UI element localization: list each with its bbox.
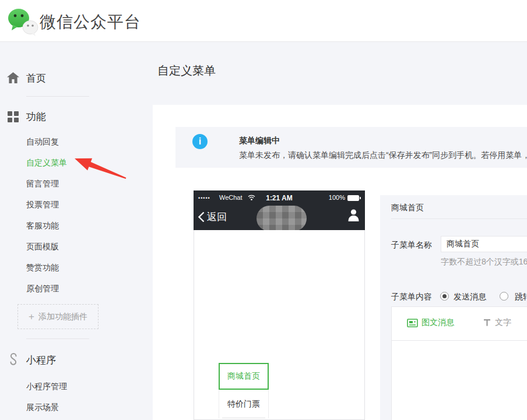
platform-title: 微信公众平台	[40, 11, 141, 33]
banner-description: 菜单未发布，请确认菜单编辑完成后点击“保存并发布”同步到手机。若停用菜单，请	[239, 150, 527, 161]
battery-percent: 100%	[329, 194, 345, 201]
sidebar-item-miniprogram-mgmt[interactable]: 小程序管理	[26, 382, 67, 392]
tab-plain-text[interactable]: 文字	[483, 317, 511, 328]
tab-rich-media[interactable]: 图文消息	[407, 317, 454, 328]
battery-icon	[347, 195, 359, 201]
radio-jump-page[interactable]	[500, 292, 508, 301]
tab-plain-text-label: 文字	[495, 317, 511, 328]
phone-preview: ••••• WeChat 1:21 AM 100% 返回	[194, 190, 365, 420]
sidebar-item-features[interactable]: 功能	[26, 110, 46, 123]
text-tool-icon	[483, 319, 491, 327]
divider	[391, 218, 527, 219]
radio-send-message-label[interactable]: 发送消息	[454, 292, 486, 302]
sidebar-item-display-scene[interactable]: 展示场景	[26, 403, 59, 413]
submenu-item[interactable]: 特价门票	[219, 390, 269, 418]
sidebar-item-original-mgmt[interactable]: 原创管理	[26, 284, 59, 294]
sidebar-item-auto-reply[interactable]: 自动回复	[26, 137, 59, 147]
info-icon: i	[192, 134, 208, 149]
sidebar-item-home[interactable]: 首页	[26, 72, 46, 85]
add-plugin-button[interactable]: + 添加功能插件	[17, 304, 99, 329]
page-title: 自定义菜单	[157, 63, 216, 79]
sidebar-item-page-template[interactable]: 页面模版	[26, 242, 59, 252]
submenu-content-label: 子菜单内容	[391, 292, 432, 302]
radio-jump-page-label[interactable]: 跳转	[515, 292, 527, 302]
annotation-arrow	[70, 151, 134, 186]
sidebar-item-message-mgmt[interactable]: 留言管理	[26, 179, 59, 189]
menu-editing-banner: i 菜单编辑中 菜单未发布，请确认菜单编辑完成后点击“保存并发布”同步到手机。若…	[175, 127, 527, 168]
divider	[392, 340, 527, 341]
profile-icon	[347, 209, 360, 221]
message-content-box: 图文消息 文字	[391, 306, 527, 420]
content-panel: i 菜单编辑中 菜单未发布，请确认菜单编辑完成后点击“保存并发布”同步到手机。若…	[153, 105, 527, 420]
rich-media-icon	[407, 319, 418, 327]
features-grid-icon	[8, 111, 19, 122]
sidebar-item-custom-menu[interactable]: 自定义菜单	[26, 158, 67, 168]
submenu-name-input[interactable]	[441, 236, 527, 252]
plus-icon: +	[29, 311, 34, 323]
wechat-mp-platform: 微信公众平台 首页 功能 自动回复 自定义菜单 留言管理 投票管理 客服功能 页…	[0, 0, 527, 420]
sidebar-item-miniprogram[interactable]: 小程序	[26, 354, 56, 367]
sidebar-nav: 首页 功能 自动回复 自定义菜单 留言管理 投票管理 客服功能 页面模版 赞赏功…	[0, 42, 153, 420]
tab-rich-media-label: 图文消息	[421, 317, 454, 328]
editor-title: 商城首页	[391, 203, 424, 213]
name-length-hint: 字数不超过8个汉字或16	[441, 257, 527, 267]
phone-back-button: 返回	[198, 210, 227, 224]
miniprogram-icon	[8, 353, 19, 365]
add-plugin-label: 添加功能插件	[38, 312, 87, 322]
phone-header: ••••• WeChat 1:21 AM 100% 返回	[194, 190, 365, 230]
submenu-popup: 商城首页 特价门票	[219, 363, 269, 418]
submenu-item-selected[interactable]: 商城首页	[219, 363, 269, 390]
submenu-name-label: 子菜单名称	[391, 240, 432, 250]
chevron-left-icon	[198, 211, 205, 223]
sidebar-item-reward[interactable]: 赞赏功能	[26, 263, 59, 273]
radio-send-message[interactable]	[440, 292, 449, 301]
home-icon	[7, 72, 19, 83]
back-label: 返回	[207, 210, 227, 224]
wechat-logo-icon	[6, 5, 40, 37]
blurred-account-name	[257, 206, 307, 231]
submenu-editor-panel: 商城首页 子菜单名称 字数不超过8个汉字或16 子菜单内容 发送消息 跳转 图文…	[380, 195, 527, 420]
sidebar-item-vote-mgmt[interactable]: 投票管理	[26, 200, 59, 210]
sidebar-item-customer-service[interactable]: 客服功能	[26, 221, 59, 231]
top-header: 微信公众平台	[0, 0, 527, 42]
divider	[26, 96, 89, 97]
banner-title: 菜单编辑中	[239, 136, 280, 146]
divider	[26, 338, 89, 339]
phone-status-bar: ••••• WeChat 1:21 AM 100%	[194, 190, 365, 206]
